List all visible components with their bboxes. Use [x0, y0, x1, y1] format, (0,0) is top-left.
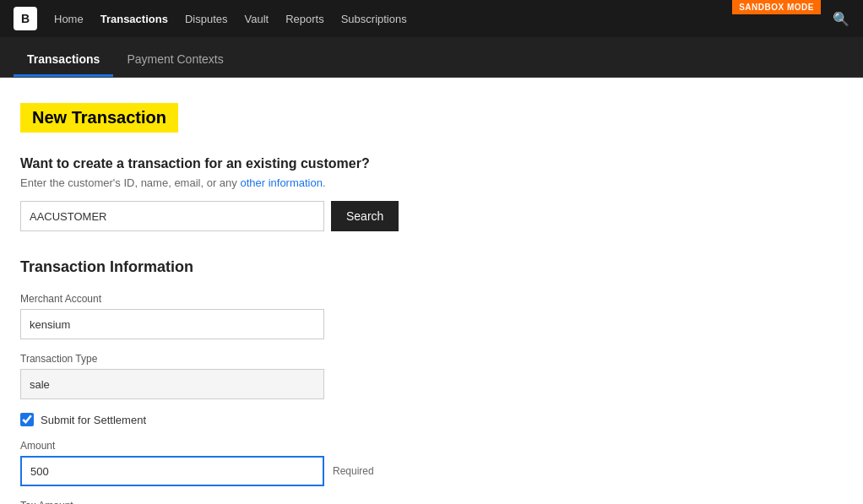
- submit-settlement-label[interactable]: Submit for Settlement: [41, 414, 146, 426]
- brand-logo: B: [14, 7, 37, 30]
- page-title: New Transaction: [20, 103, 178, 133]
- sub-nav: Transactions Payment Contexts: [0, 37, 863, 78]
- nav-links: Home Transactions Disputes Vault Reports…: [54, 13, 833, 25]
- transaction-type-select[interactable]: sale authorization: [20, 369, 324, 399]
- hint-text: Enter the customer's ID, name, email, or…: [20, 176, 240, 189]
- amount-label: Amount: [20, 440, 571, 452]
- amount-group: Amount Required: [20, 440, 571, 486]
- tab-payment-contexts[interactable]: Payment Contexts: [113, 42, 236, 77]
- nav-transactions[interactable]: Transactions: [100, 13, 168, 25]
- sandbox-badge: SANDBOX MODE: [732, 0, 821, 14]
- amount-row: Required: [20, 456, 571, 486]
- customer-search-input[interactable]: [20, 201, 324, 231]
- submit-settlement-checkbox[interactable]: [20, 413, 34, 426]
- tax-amount-group: Tax Amount: [20, 500, 571, 504]
- nav-vault[interactable]: Vault: [244, 13, 269, 25]
- customer-search-row: Search: [20, 201, 571, 231]
- tab-transactions[interactable]: Transactions: [14, 42, 113, 77]
- transaction-type-label: Transaction Type: [20, 353, 571, 365]
- transaction-type-group: Transaction Type sale authorization: [20, 353, 571, 399]
- top-nav: B Home Transactions Disputes Vault Repor…: [0, 0, 863, 37]
- hint-link[interactable]: other information: [240, 176, 323, 189]
- nav-disputes[interactable]: Disputes: [185, 13, 228, 25]
- search-button[interactable]: Search: [331, 201, 399, 231]
- search-icon-button[interactable]: 🔍: [833, 11, 849, 27]
- customer-section-heading: Want to create a transaction for an exis…: [20, 156, 571, 171]
- merchant-account-input[interactable]: [20, 309, 324, 339]
- merchant-account-group: Merchant Account: [20, 293, 571, 339]
- amount-input[interactable]: [20, 456, 324, 486]
- nav-home[interactable]: Home: [54, 13, 84, 25]
- submit-settlement-row: Submit for Settlement: [20, 413, 571, 426]
- merchant-account-label: Merchant Account: [20, 293, 571, 305]
- nav-reports[interactable]: Reports: [285, 13, 324, 25]
- tax-amount-label: Tax Amount: [20, 500, 571, 504]
- required-badge: Required: [333, 465, 374, 477]
- page-content: New Transaction Want to create a transac…: [0, 78, 591, 504]
- nav-subscriptions[interactable]: Subscriptions: [341, 13, 407, 25]
- hint-end: .: [323, 176, 326, 189]
- customer-section-hint: Enter the customer's ID, name, email, or…: [20, 176, 571, 189]
- transaction-section-title: Transaction Information: [20, 258, 571, 276]
